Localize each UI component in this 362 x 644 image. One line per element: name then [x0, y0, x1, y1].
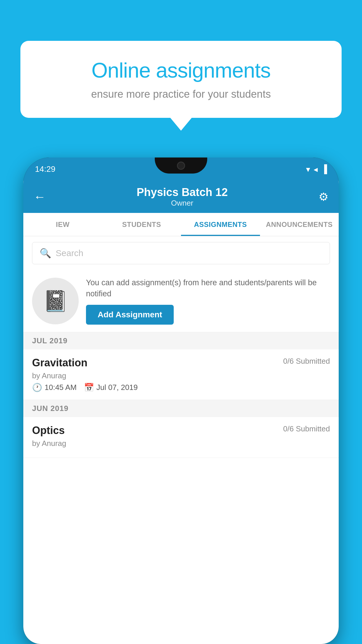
- signal-icon: ◂: [314, 164, 318, 174]
- assignment-author-optics: by Anurag: [32, 439, 330, 448]
- assignment-name-optics: Optics: [32, 424, 65, 437]
- month-header-jul: JUL 2019: [23, 332, 339, 349]
- battery-icon: ▐: [321, 164, 327, 174]
- header-center: Physics Batch 12 Owner: [137, 186, 228, 208]
- header-title: Physics Batch 12: [137, 186, 228, 199]
- info-text-area: You can add assignment(s) from here and …: [86, 277, 330, 325]
- info-description: You can add assignment(s) from here and …: [86, 277, 330, 300]
- search-icon: 🔍: [40, 248, 51, 259]
- status-bar: 14:29 ▾ ◂ ▐: [23, 158, 339, 181]
- back-button[interactable]: ←: [34, 190, 46, 204]
- assignment-submitted-optics: 0/6 Submitted: [283, 424, 330, 433]
- camera: [177, 162, 185, 170]
- add-assignment-button[interactable]: Add Assignment: [86, 305, 174, 325]
- notch: [155, 158, 207, 174]
- assignment-author: by Anurag: [32, 371, 330, 380]
- tab-students[interactable]: STUDENTS: [102, 213, 181, 236]
- calendar-icon: 📅: [84, 383, 94, 392]
- app-header: ← Physics Batch 12 Owner ⚙: [23, 181, 339, 213]
- clock-icon: 🕐: [32, 383, 42, 392]
- search-bar: 🔍 Search: [23, 236, 339, 270]
- bubble-title: Online assignments: [41, 58, 321, 82]
- month-header-jun: JUN 2019: [23, 400, 339, 417]
- assignment-meta: 🕐 10:45 AM 📅 Jul 07, 2019: [32, 383, 330, 392]
- tab-iew[interactable]: IEW: [23, 213, 102, 236]
- tab-assignments[interactable]: ASSIGNMENTS: [181, 213, 260, 236]
- assignment-name: Gravitation: [32, 357, 87, 369]
- header-subtitle: Owner: [137, 199, 228, 208]
- settings-icon[interactable]: ⚙: [319, 190, 328, 203]
- notebook-icon: 📓: [43, 289, 68, 313]
- info-card: 📓 You can add assignment(s) from here an…: [23, 270, 339, 332]
- speech-bubble: Online assignments ensure more practice …: [20, 41, 342, 118]
- assignment-submitted: 0/6 Submitted: [283, 357, 330, 366]
- assignment-item-optics[interactable]: Optics 0/6 Submitted by Anurag: [23, 417, 339, 458]
- wifi-icon: ▾: [306, 164, 310, 174]
- notebook-circle: 📓: [32, 278, 79, 324]
- assignment-date: 📅 Jul 07, 2019: [84, 383, 138, 392]
- assignment-time: 🕐 10:45 AM: [32, 383, 77, 392]
- bubble-subtitle: ensure more practice for your students: [41, 88, 321, 100]
- search-input-container[interactable]: 🔍 Search: [32, 242, 330, 264]
- tab-announcements[interactable]: ANNOUNCEMENTS: [260, 213, 339, 236]
- status-time: 14:29: [35, 164, 55, 174]
- search-placeholder: Search: [56, 248, 83, 258]
- phone-frame: 14:29 ▾ ◂ ▐ ← Physics Batch 12 Owner ⚙ I…: [23, 158, 339, 644]
- assignment-top-row-optics: Optics 0/6 Submitted: [32, 424, 330, 437]
- assignment-top-row: Gravitation 0/6 Submitted: [32, 357, 330, 369]
- assignment-item-gravitation[interactable]: Gravitation 0/6 Submitted by Anurag 🕐 10…: [23, 349, 339, 400]
- phone-content: ← Physics Batch 12 Owner ⚙ IEW STUDENTS …: [23, 181, 339, 644]
- status-icons: ▾ ◂ ▐: [306, 164, 327, 174]
- speech-bubble-area: Online assignments ensure more practice …: [20, 41, 342, 118]
- tabs-bar: IEW STUDENTS ASSIGNMENTS ANNOUNCEMENTS: [23, 213, 339, 236]
